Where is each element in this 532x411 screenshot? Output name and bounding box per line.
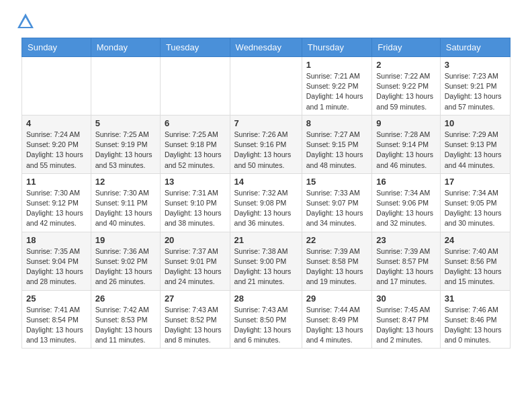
day-info: Sunrise: 7:37 AM Sunset: 9:01 PM Dayligh… xyxy=(165,246,226,287)
day-info: Sunrise: 7:25 AM Sunset: 9:19 PM Dayligh… xyxy=(95,130,156,171)
day-number: 1 xyxy=(306,60,368,70)
day-cell: 10Sunrise: 7:29 AM Sunset: 9:13 PM Dayli… xyxy=(440,115,510,173)
day-cell: 12Sunrise: 7:30 AM Sunset: 9:11 PM Dayli… xyxy=(91,173,160,232)
day-cell: 11Sunrise: 7:30 AM Sunset: 9:12 PM Dayli… xyxy=(22,173,91,232)
day-info: Sunrise: 7:43 AM Sunset: 8:50 PM Dayligh… xyxy=(234,305,298,346)
day-cell: 5Sunrise: 7:25 AM Sunset: 9:19 PM Daylig… xyxy=(91,115,160,173)
day-cell: 1Sunrise: 7:21 AM Sunset: 9:22 PM Daylig… xyxy=(302,57,372,116)
day-cell: 7Sunrise: 7:26 AM Sunset: 9:16 PM Daylig… xyxy=(230,115,302,173)
day-cell: 22Sunrise: 7:39 AM Sunset: 8:58 PM Dayli… xyxy=(302,232,372,290)
calendar-table: SundayMondayTuesdayWednesdayThursdayFrid… xyxy=(21,38,511,349)
page-header xyxy=(0,0,532,38)
header-row: SundayMondayTuesdayWednesdayThursdayFrid… xyxy=(22,38,511,57)
day-info: Sunrise: 7:39 AM Sunset: 8:58 PM Dayligh… xyxy=(306,246,368,287)
day-number: 3 xyxy=(445,60,506,70)
day-number: 7 xyxy=(234,118,298,128)
day-header-tuesday: Tuesday xyxy=(160,38,230,57)
day-number: 31 xyxy=(445,293,506,304)
day-number: 22 xyxy=(306,235,368,245)
week-row-5: 25Sunrise: 7:41 AM Sunset: 8:54 PM Dayli… xyxy=(22,290,511,349)
day-number: 19 xyxy=(95,235,156,245)
day-info: Sunrise: 7:32 AM Sunset: 9:08 PM Dayligh… xyxy=(234,188,298,229)
day-number: 25 xyxy=(26,293,87,304)
day-info: Sunrise: 7:24 AM Sunset: 9:20 PM Dayligh… xyxy=(26,130,87,171)
day-cell: 15Sunrise: 7:33 AM Sunset: 9:07 PM Dayli… xyxy=(302,173,372,232)
logo xyxy=(16,12,38,31)
day-number: 23 xyxy=(376,235,435,245)
day-number: 20 xyxy=(165,235,226,245)
day-info: Sunrise: 7:34 AM Sunset: 9:05 PM Dayligh… xyxy=(445,188,506,229)
day-number: 4 xyxy=(26,118,87,128)
week-row-4: 18Sunrise: 7:35 AM Sunset: 9:04 PM Dayli… xyxy=(22,232,511,290)
day-info: Sunrise: 7:26 AM Sunset: 9:16 PM Dayligh… xyxy=(234,130,298,171)
day-number: 5 xyxy=(95,118,156,128)
day-number: 6 xyxy=(165,118,226,128)
day-cell: 25Sunrise: 7:41 AM Sunset: 8:54 PM Dayli… xyxy=(22,290,91,349)
day-info: Sunrise: 7:39 AM Sunset: 8:57 PM Dayligh… xyxy=(376,246,435,287)
day-cell: 9Sunrise: 7:28 AM Sunset: 9:14 PM Daylig… xyxy=(372,115,440,173)
day-cell: 23Sunrise: 7:39 AM Sunset: 8:57 PM Dayli… xyxy=(372,232,440,290)
day-number: 9 xyxy=(376,118,435,128)
day-header-saturday: Saturday xyxy=(440,38,510,57)
day-cell xyxy=(91,57,160,116)
day-cell xyxy=(160,57,230,116)
day-number: 30 xyxy=(376,293,435,304)
day-cell: 18Sunrise: 7:35 AM Sunset: 9:04 PM Dayli… xyxy=(22,232,91,290)
day-header-sunday: Sunday xyxy=(22,38,91,57)
day-header-friday: Friday xyxy=(372,38,440,57)
day-info: Sunrise: 7:40 AM Sunset: 8:56 PM Dayligh… xyxy=(445,246,506,287)
day-info: Sunrise: 7:35 AM Sunset: 9:04 PM Dayligh… xyxy=(26,246,87,287)
day-number: 28 xyxy=(234,293,298,304)
day-cell: 28Sunrise: 7:43 AM Sunset: 8:50 PM Dayli… xyxy=(230,290,302,349)
day-cell: 20Sunrise: 7:37 AM Sunset: 9:01 PM Dayli… xyxy=(160,232,230,290)
day-cell xyxy=(230,57,302,116)
day-number: 13 xyxy=(165,177,226,187)
day-cell: 6Sunrise: 7:25 AM Sunset: 9:18 PM Daylig… xyxy=(160,115,230,173)
day-cell: 24Sunrise: 7:40 AM Sunset: 8:56 PM Dayli… xyxy=(440,232,510,290)
calendar-wrapper: SundayMondayTuesdayWednesdayThursdayFrid… xyxy=(0,38,532,349)
day-info: Sunrise: 7:30 AM Sunset: 9:12 PM Dayligh… xyxy=(26,188,87,229)
day-number: 11 xyxy=(26,177,87,187)
calendar-body: 1Sunrise: 7:21 AM Sunset: 9:22 PM Daylig… xyxy=(22,57,511,349)
day-info: Sunrise: 7:28 AM Sunset: 9:14 PM Dayligh… xyxy=(376,130,435,171)
day-info: Sunrise: 7:33 AM Sunset: 9:07 PM Dayligh… xyxy=(306,188,368,229)
day-cell: 13Sunrise: 7:31 AM Sunset: 9:10 PM Dayli… xyxy=(160,173,230,232)
day-header-monday: Monday xyxy=(91,38,160,57)
logo-icon xyxy=(16,12,35,31)
day-number: 10 xyxy=(445,118,506,128)
calendar-header: SundayMondayTuesdayWednesdayThursdayFrid… xyxy=(22,38,511,57)
day-cell: 2Sunrise: 7:22 AM Sunset: 9:22 PM Daylig… xyxy=(372,57,440,116)
week-row-2: 4Sunrise: 7:24 AM Sunset: 9:20 PM Daylig… xyxy=(22,115,511,173)
day-number: 24 xyxy=(445,235,506,245)
day-info: Sunrise: 7:44 AM Sunset: 8:49 PM Dayligh… xyxy=(306,305,368,346)
day-info: Sunrise: 7:42 AM Sunset: 8:53 PM Dayligh… xyxy=(95,305,156,346)
day-number: 16 xyxy=(376,177,435,187)
day-info: Sunrise: 7:36 AM Sunset: 9:02 PM Dayligh… xyxy=(95,246,156,287)
day-number: 14 xyxy=(234,177,298,187)
day-info: Sunrise: 7:22 AM Sunset: 9:22 PM Dayligh… xyxy=(376,71,435,112)
day-info: Sunrise: 7:43 AM Sunset: 8:52 PM Dayligh… xyxy=(165,305,226,346)
day-info: Sunrise: 7:30 AM Sunset: 9:11 PM Dayligh… xyxy=(95,188,156,229)
day-number: 26 xyxy=(95,293,156,304)
day-number: 2 xyxy=(376,60,435,70)
day-cell: 26Sunrise: 7:42 AM Sunset: 8:53 PM Dayli… xyxy=(91,290,160,349)
day-number: 27 xyxy=(165,293,226,304)
day-cell xyxy=(22,57,91,116)
day-header-thursday: Thursday xyxy=(302,38,372,57)
day-cell: 14Sunrise: 7:32 AM Sunset: 9:08 PM Dayli… xyxy=(230,173,302,232)
day-info: Sunrise: 7:23 AM Sunset: 9:21 PM Dayligh… xyxy=(445,71,506,112)
day-cell: 21Sunrise: 7:38 AM Sunset: 9:00 PM Dayli… xyxy=(230,232,302,290)
day-number: 21 xyxy=(234,235,298,245)
day-info: Sunrise: 7:21 AM Sunset: 9:22 PM Dayligh… xyxy=(306,71,368,112)
day-number: 8 xyxy=(306,118,368,128)
day-cell: 27Sunrise: 7:43 AM Sunset: 8:52 PM Dayli… xyxy=(160,290,230,349)
day-number: 15 xyxy=(306,177,368,187)
day-cell: 19Sunrise: 7:36 AM Sunset: 9:02 PM Dayli… xyxy=(91,232,160,290)
day-header-wednesday: Wednesday xyxy=(230,38,302,57)
day-cell: 4Sunrise: 7:24 AM Sunset: 9:20 PM Daylig… xyxy=(22,115,91,173)
day-info: Sunrise: 7:25 AM Sunset: 9:18 PM Dayligh… xyxy=(165,130,226,171)
day-info: Sunrise: 7:46 AM Sunset: 8:46 PM Dayligh… xyxy=(445,305,506,346)
day-info: Sunrise: 7:31 AM Sunset: 9:10 PM Dayligh… xyxy=(165,188,226,229)
day-cell: 31Sunrise: 7:46 AM Sunset: 8:46 PM Dayli… xyxy=(440,290,510,349)
week-row-1: 1Sunrise: 7:21 AM Sunset: 9:22 PM Daylig… xyxy=(22,57,511,116)
